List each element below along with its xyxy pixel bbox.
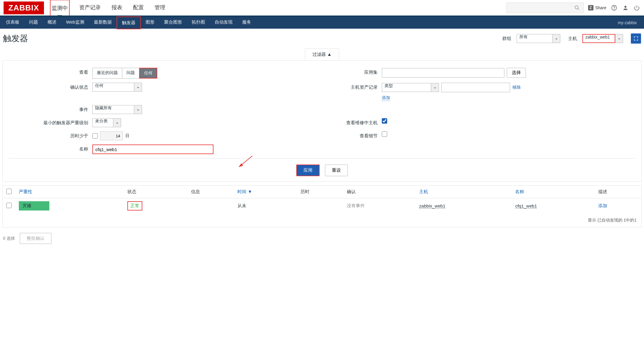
table-footer: 显示 已自动发现的 1中的1 — [3, 213, 641, 227]
group-label: 群组 — [502, 36, 511, 42]
results-table: 严重性 状态 信息 时间 ▼ 历时 确认 主机 名称 描述 灾难 正常 从未 没… — [3, 186, 641, 213]
row-checkbox[interactable] — [6, 203, 12, 208]
user-icon[interactable] — [622, 4, 629, 11]
table-header-row: 严重性 状态 信息 时间 ▼ 历时 确认 主机 名称 描述 — [3, 186, 641, 198]
age-checkbox[interactable] — [92, 133, 98, 139]
share-label: Share — [595, 5, 606, 10]
inventory-value-input[interactable] — [441, 83, 510, 92]
event-select[interactable]: 隐藏所有 — [92, 105, 142, 114]
filter-actions: 应用 重设 — [9, 158, 635, 176]
subnav-server-name: my-zabbix — [618, 20, 643, 25]
subnav-maps[interactable]: 拓扑图 — [187, 16, 210, 29]
application-input[interactable] — [382, 68, 504, 78]
col-ack: 确认 — [343, 186, 416, 198]
view-button-group: 最近的问题 问题 任何 — [92, 68, 157, 79]
app-select-button[interactable]: 选择 — [507, 68, 526, 78]
event-value: 隐藏所有 — [92, 105, 134, 114]
page-title: 触发器 — [3, 33, 495, 44]
inv-label: 主机资产记录 — [322, 83, 382, 90]
host-label: 主机 — [568, 36, 577, 42]
chevron-down-icon[interactable] — [134, 83, 142, 92]
svg-point-0 — [575, 6, 578, 9]
view-label: 查看 — [9, 68, 92, 75]
apply-button[interactable]: 应用 — [296, 165, 320, 176]
logo[interactable]: ZABBIX — [4, 1, 44, 14]
min-sev-select[interactable]: 未分类 — [92, 118, 121, 127]
topnav-config[interactable]: 配置 — [132, 0, 145, 16]
chevron-down-icon[interactable] — [553, 34, 560, 43]
group-select[interactable]: 所有 — [517, 34, 560, 43]
select-all-checkbox[interactable] — [6, 189, 12, 194]
host-link[interactable]: zabbix_web1 — [419, 203, 445, 209]
ack-select[interactable]: 任何 — [92, 83, 142, 92]
col-severity[interactable]: 严重性 — [15, 186, 124, 198]
power-icon[interactable] — [633, 4, 640, 11]
col-host[interactable]: 主机 — [416, 186, 512, 198]
inventory-add-link[interactable]: 添加 — [382, 95, 390, 101]
top-nav: ZABBIX 监测中 资产记录 报表 配置 管理 Z Share — [0, 0, 644, 17]
z-icon: Z — [588, 5, 593, 10]
subnav-latest[interactable]: 最新数据 — [89, 16, 117, 29]
subnav-problems[interactable]: 问题 — [24, 16, 43, 29]
results-table-wrap: 严重性 状态 信息 时间 ▼ 历时 确认 主机 名称 描述 灾难 正常 从未 没… — [2, 185, 642, 228]
event-label: 事件 — [9, 105, 92, 113]
ack-cell: 没有事件 — [343, 198, 416, 214]
severity-badge: 灾难 — [19, 201, 49, 211]
subnav-discovery[interactable]: 自动发现 — [210, 16, 237, 29]
global-search[interactable] — [506, 2, 584, 13]
chevron-down-icon[interactable] — [113, 118, 121, 127]
age-input[interactable] — [100, 131, 123, 140]
trigger-name-link[interactable]: cfq1_web1 — [515, 203, 537, 209]
status-value: 正常 — [127, 201, 142, 211]
name-input[interactable] — [92, 145, 213, 154]
inventory-type-select[interactable]: 类型 — [382, 83, 439, 92]
subnav-web[interactable]: Web监测 — [61, 16, 89, 29]
topnav-reports[interactable]: 报表 — [110, 0, 123, 16]
ack-value: 任何 — [92, 83, 134, 92]
bulk-ack-button[interactable]: 整批确认 — [20, 233, 51, 244]
col-name[interactable]: 名称 — [512, 186, 595, 198]
share-button[interactable]: Z Share — [588, 5, 606, 10]
selected-count: 0 选择 — [3, 236, 15, 241]
page-header: 触发器 群组 所有 主机 zabbix_web1 — [0, 29, 644, 48]
subnav-triggers[interactable]: 触发器 — [117, 16, 141, 29]
maintenance-checkbox[interactable] — [382, 118, 387, 124]
subnav-services[interactable]: 服务 — [237, 16, 256, 29]
subnav-screens[interactable]: 聚合图形 — [159, 16, 187, 29]
subnav-dashboard[interactable]: 仪表板 — [1, 16, 24, 29]
view-option-problems[interactable]: 问题 — [122, 68, 139, 79]
col-time[interactable]: 时间 ▼ — [234, 186, 297, 198]
topnav-inventory[interactable]: 资产记录 — [78, 0, 102, 16]
topnav-items: 监测中 资产记录 报表 配置 管理 — [50, 0, 506, 16]
topnav-admin[interactable]: 管理 — [153, 0, 167, 16]
chevron-down-icon[interactable] — [615, 34, 623, 43]
view-option-any[interactable]: 任何 — [139, 68, 157, 79]
svg-point-3 — [614, 9, 614, 10]
time-cell: 从未 — [234, 198, 297, 214]
search-icon[interactable] — [573, 4, 581, 11]
annotation-arrow-icon — [236, 154, 254, 169]
subnav-graphs[interactable]: 图形 — [141, 16, 159, 29]
chevron-down-icon[interactable] — [134, 105, 142, 114]
ack-label: 确认状态 — [9, 83, 92, 90]
svg-marker-7 — [239, 163, 243, 167]
detail-label: 查看细节 — [322, 131, 382, 139]
duration-cell — [297, 198, 344, 214]
host-select-value: zabbix_web1 — [582, 34, 615, 43]
topnav-right: Z Share — [506, 2, 640, 13]
desc-add-link[interactable]: 添加 — [598, 203, 607, 208]
col-desc: 描述 — [595, 186, 641, 198]
inventory-remove-link[interactable]: 移除 — [512, 85, 521, 90]
view-option-recent[interactable]: 最近的问题 — [92, 68, 122, 79]
detail-checkbox[interactable] — [382, 131, 387, 137]
help-icon[interactable] — [611, 4, 618, 11]
filter-panel: 查看 最近的问题 问题 任何 应用集 选择 确认状态 任何 — [2, 60, 642, 182]
filter-toggle[interactable]: 过滤器 ▲ — [305, 48, 339, 60]
chevron-down-icon[interactable] — [431, 83, 439, 92]
filter-tab-wrap: 过滤器 ▲ — [0, 48, 644, 60]
topnav-monitoring[interactable]: 监测中 — [50, 0, 70, 16]
fullscreen-button[interactable] — [631, 33, 641, 44]
host-select[interactable]: zabbix_web1 — [582, 34, 623, 43]
reset-button[interactable]: 重设 — [325, 165, 348, 176]
app-label: 应用集 — [322, 68, 382, 75]
